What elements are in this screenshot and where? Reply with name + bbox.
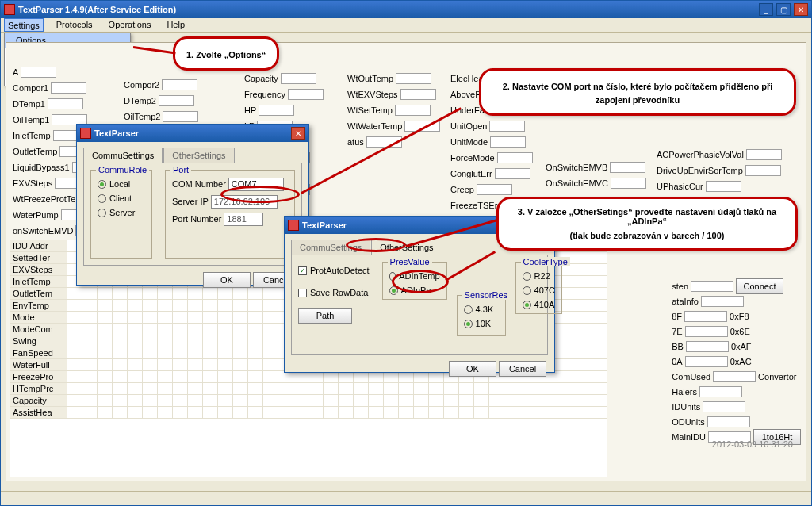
param-label: ConglutErr <box>450 169 492 178</box>
cell <box>489 395 504 406</box>
cell <box>218 395 233 406</box>
cell <box>188 300 203 311</box>
cell <box>113 347 128 358</box>
cell <box>504 395 519 406</box>
param-field: WtOutTemp <box>347 71 440 86</box>
radio-10k[interactable]: 10K <box>464 316 499 331</box>
cell <box>474 383 489 394</box>
cell <box>218 359 233 370</box>
row-label: EnvTemp <box>10 300 67 311</box>
cell <box>128 324 143 335</box>
cell <box>414 395 429 406</box>
radio-r22[interactable]: R22 <box>523 269 555 283</box>
cell <box>82 383 98 394</box>
side-item: BB0xAF <box>672 339 801 354</box>
tab-other[interactable]: OtherSettings <box>163 148 234 163</box>
menu-help[interactable]: Help <box>163 18 188 32</box>
tab-commu2[interactable]: CommuSettings <box>291 240 370 255</box>
chk-prot-auto[interactable]: ✓ProtAutoDetect <box>298 263 370 278</box>
col-left2: Compor2DTemp2OilTemp2 <box>124 78 198 124</box>
radio-adinpa[interactable]: ADInPa <box>389 283 440 297</box>
dlg1-ok-button[interactable]: OK <box>203 272 251 288</box>
cell <box>233 312 248 323</box>
row-label: FreezePro <box>10 371 67 382</box>
table-row: HTempPrc <box>10 383 607 395</box>
status-bar <box>1 491 811 505</box>
param-label: LiquidBypass1 <box>13 163 70 172</box>
table-row: Capacity <box>10 395 607 407</box>
cell <box>188 312 203 323</box>
cell <box>173 371 188 382</box>
cell <box>82 371 98 382</box>
dlg1-close-button[interactable]: ✕ <box>291 127 305 140</box>
param-field: Capacity <box>244 71 339 86</box>
param-label: OilTemp2 <box>124 112 160 121</box>
cell <box>113 371 128 382</box>
cell <box>173 335 188 347</box>
side-value <box>703 401 745 412</box>
radio-adinktemp[interactable]: ADInTemp <box>389 269 440 283</box>
menu-protocols[interactable]: Protocols <box>53 18 96 32</box>
cell <box>128 335 143 347</box>
cell <box>369 383 384 394</box>
dlg1-title: TextParser <box>94 128 288 138</box>
server-ip-field[interactable] <box>211 195 278 209</box>
dialog-commu-settings: TextParser ✕ CommuSettings OtherSettings… <box>76 124 309 286</box>
dlg2-ok-button[interactable]: OK <box>449 361 496 377</box>
cell <box>444 407 459 418</box>
radio-410a[interactable]: 410A <box>523 297 555 312</box>
side-item: ComUsedConvertor <box>672 370 801 384</box>
cell <box>248 359 263 370</box>
com-number-field[interactable] <box>228 178 284 191</box>
fieldset-pres-value: PresValue ADInTemp ADInPa <box>382 262 447 300</box>
param-field: OnSwitchEMVB <box>546 160 646 174</box>
side-label: BB <box>672 342 684 351</box>
dlg-icon <box>80 128 91 139</box>
cell <box>233 288 248 299</box>
row-label: SettedTer <box>10 252 67 263</box>
cell <box>248 347 263 358</box>
tab-other2[interactable]: OtherSettings <box>371 240 442 255</box>
param-field: OnSwitchEMVC <box>546 176 646 190</box>
cell <box>188 359 203 370</box>
dlg1-tabs: CommuSettings OtherSettings <box>77 142 308 163</box>
menu-operations[interactable]: Operations <box>105 18 155 32</box>
radio-407c[interactable]: 407C <box>523 283 555 297</box>
path-button[interactable]: Path <box>298 308 352 324</box>
cell <box>233 300 248 311</box>
chk-save-raw[interactable]: Save RawData <box>298 286 370 300</box>
side-item: 8F0xF8 <box>672 309 801 324</box>
cell <box>158 407 173 418</box>
side-value <box>691 281 733 292</box>
cell <box>188 324 203 335</box>
cell <box>158 371 173 382</box>
cell <box>188 407 203 418</box>
maximize-button[interactable]: ▢ <box>776 3 791 16</box>
radio-local[interactable]: Local <box>98 177 145 191</box>
port-number-field[interactable] <box>224 213 263 226</box>
cell <box>143 300 158 311</box>
radio-client[interactable]: Client <box>98 191 145 205</box>
cell <box>98 312 113 323</box>
side-value <box>686 341 729 352</box>
radio-43k[interactable]: 4.3K <box>464 302 499 316</box>
table-row: AssistHea <box>10 407 607 419</box>
cell <box>399 383 414 394</box>
tab-commu[interactable]: CommuSettings <box>83 148 163 163</box>
dlg1-titlebar: TextParser ✕ <box>77 125 308 142</box>
minimize-button[interactable]: _ <box>759 3 773 16</box>
param-value <box>259 105 294 116</box>
cell <box>293 383 308 394</box>
dlg2-cancel-button[interactable]: Cancel <box>499 361 546 377</box>
param-label: ACPowerPhasicVolVal <box>657 150 744 159</box>
side-button[interactable]: Connect <box>736 278 783 294</box>
cell <box>113 395 128 406</box>
menu-settings[interactable]: Settings <box>4 18 44 32</box>
close-button[interactable]: ✕ <box>794 3 808 16</box>
param-value <box>281 73 316 84</box>
cell <box>158 312 173 323</box>
cell <box>233 347 248 358</box>
radio-server[interactable]: Server <box>98 205 145 220</box>
cell <box>474 407 489 418</box>
param-value <box>745 165 781 176</box>
